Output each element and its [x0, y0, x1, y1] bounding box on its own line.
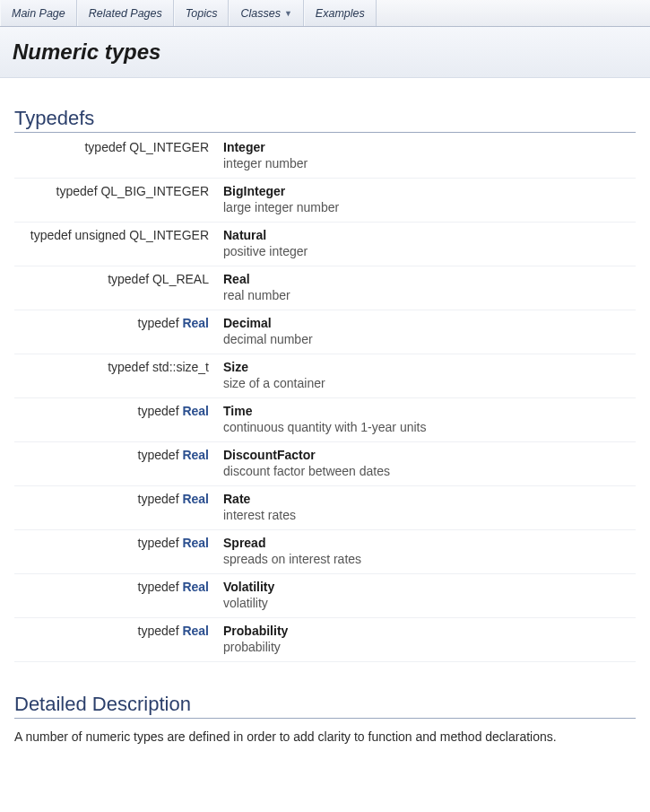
typedef-right: DiscountFactordiscount factor between da… — [216, 442, 636, 486]
typedef-name[interactable]: BigInteger — [223, 184, 285, 198]
typedef-right: Probabilityprobability — [216, 618, 636, 662]
table-row: typedef RealTimecontinuous quantity with… — [14, 398, 636, 442]
typedef-left: typedef Real — [14, 486, 216, 530]
typedef-left: typedef Real — [14, 442, 216, 486]
typedef-name[interactable]: DiscountFactor — [223, 448, 316, 462]
table-row: typedef unsigned QL_INTEGERNaturalpositi… — [14, 223, 636, 266]
typedef-name[interactable]: Spread — [223, 536, 265, 550]
typedef-name[interactable]: Integer — [223, 140, 265, 154]
typedef-name[interactable]: Volatility — [223, 580, 274, 594]
tab-examples[interactable]: Examples — [304, 0, 377, 26]
typedefs-table: typedef QL_INTEGERIntegerinteger numbert… — [14, 135, 636, 662]
tab-topics[interactable]: Topics — [174, 0, 230, 26]
tab-label: Main Page — [12, 7, 65, 20]
table-row: typedef QL_INTEGERIntegerinteger number — [14, 135, 636, 179]
typedef-description: interest rates — [223, 508, 632, 522]
tab-main-page[interactable]: Main Page — [0, 0, 77, 26]
typedef-left: typedef unsigned QL_INTEGER — [14, 223, 216, 266]
typedef-name[interactable]: Decimal — [223, 316, 272, 330]
tab-related-pages[interactable]: Related Pages — [77, 0, 174, 26]
typedef-description: integer number — [223, 156, 632, 170]
typedef-prefix: typedef — [138, 404, 183, 418]
typedef-prefix: typedef QL_BIG_INTEGER — [56, 184, 209, 198]
typedef-description: large integer number — [223, 200, 632, 214]
typedef-prefix: typedef — [138, 580, 183, 594]
typedef-prefix: typedef — [138, 624, 183, 638]
content-area: Typedefs typedef QL_INTEGERIntegerintege… — [0, 78, 650, 773]
tab-label: Topics — [186, 7, 218, 20]
typedef-name[interactable]: Size — [223, 360, 248, 374]
typedef-prefix: typedef QL_INTEGER — [84, 140, 209, 154]
type-link-real[interactable]: Real — [182, 448, 209, 462]
typedef-right: Volatilityvolatility — [216, 574, 636, 618]
typedef-left: typedef Real — [14, 618, 216, 662]
typedef-description: spreads on interest rates — [223, 552, 632, 566]
type-link-real[interactable]: Real — [182, 580, 209, 594]
table-row: typedef RealDecimaldecimal number — [14, 310, 636, 354]
typedef-prefix: typedef — [138, 536, 183, 550]
table-row: typedef QL_BIG_INTEGERBigIntegerlarge in… — [14, 179, 636, 223]
typedef-right: Spreadspreads on interest rates — [216, 530, 636, 574]
typedef-left: typedef Real — [14, 574, 216, 618]
typedef-description: size of a container — [223, 376, 632, 390]
table-row: typedef RealRateinterest rates — [14, 486, 636, 530]
typedef-left: typedef std::size_t — [14, 354, 216, 398]
section-heading-detailed: Detailed Description — [14, 693, 636, 719]
table-row: typedef RealSpreadspreads on interest ra… — [14, 530, 636, 574]
detailed-description: Detailed Description A number of numeric… — [14, 693, 636, 746]
detailed-description-text: A number of numeric types are defined in… — [14, 728, 636, 746]
typedef-description: real number — [223, 288, 632, 302]
typedef-name[interactable]: Time — [223, 404, 252, 418]
typedef-name[interactable]: Real — [223, 272, 250, 286]
typedef-description: continuous quantity with 1-year units — [223, 420, 632, 434]
type-link-real[interactable]: Real — [182, 492, 209, 506]
typedef-left: typedef QL_BIG_INTEGER — [14, 179, 216, 223]
typedef-prefix: typedef std::size_t — [108, 360, 209, 374]
typedef-left: typedef Real — [14, 398, 216, 442]
typedef-prefix: typedef unsigned QL_INTEGER — [30, 228, 209, 242]
typedef-right: Decimaldecimal number — [216, 310, 636, 354]
typedef-right: Naturalpositive integer — [216, 223, 636, 266]
typedef-right: Realreal number — [216, 266, 636, 310]
table-row: typedef RealProbabilityprobability — [14, 618, 636, 662]
tab-label: Examples — [316, 7, 365, 20]
type-link-real[interactable]: Real — [182, 536, 209, 550]
typedef-prefix: typedef — [138, 316, 183, 330]
typedef-left: typedef QL_INTEGER — [14, 135, 216, 179]
tab-label: Related Pages — [89, 7, 162, 20]
typedef-name[interactable]: Rate — [223, 492, 250, 506]
table-row: typedef RealVolatilityvolatility — [14, 574, 636, 618]
typedef-description: discount factor between dates — [223, 464, 632, 478]
type-link-real[interactable]: Real — [182, 404, 209, 418]
tab-label: Classes — [240, 7, 280, 20]
page-title: Numeric types — [13, 39, 637, 65]
typedef-description: volatility — [223, 596, 632, 610]
typedef-name[interactable]: Probability — [223, 624, 288, 638]
tab-classes[interactable]: Classes ▼ — [229, 0, 303, 26]
typedef-right: Sizesize of a container — [216, 354, 636, 398]
chevron-down-icon: ▼ — [284, 9, 292, 18]
typedef-left: typedef QL_REAL — [14, 266, 216, 310]
table-row: typedef std::size_tSizesize of a contain… — [14, 354, 636, 398]
typedef-left: typedef Real — [14, 310, 216, 354]
type-link-real[interactable]: Real — [182, 316, 209, 330]
typedef-description: positive integer — [223, 244, 632, 258]
table-row: typedef RealDiscountFactordiscount facto… — [14, 442, 636, 486]
typedef-right: Rateinterest rates — [216, 486, 636, 530]
title-bar: Numeric types — [0, 27, 650, 78]
type-link-real[interactable]: Real — [182, 624, 209, 638]
table-row: typedef QL_REALRealreal number — [14, 266, 636, 310]
typedef-right: Timecontinuous quantity with 1-year unit… — [216, 398, 636, 442]
typedef-prefix: typedef — [138, 448, 183, 462]
typedef-prefix: typedef QL_REAL — [108, 272, 209, 286]
tabs-bar: Main Page Related Pages Topics Classes ▼… — [0, 0, 650, 27]
typedef-description: probability — [223, 640, 632, 654]
typedef-right: BigIntegerlarge integer number — [216, 179, 636, 223]
typedef-prefix: typedef — [138, 492, 183, 506]
section-heading-typedefs: Typedefs — [14, 107, 636, 133]
typedef-right: Integerinteger number — [216, 135, 636, 179]
typedef-left: typedef Real — [14, 530, 216, 574]
typedef-name[interactable]: Natural — [223, 228, 266, 242]
typedef-description: decimal number — [223, 332, 632, 346]
